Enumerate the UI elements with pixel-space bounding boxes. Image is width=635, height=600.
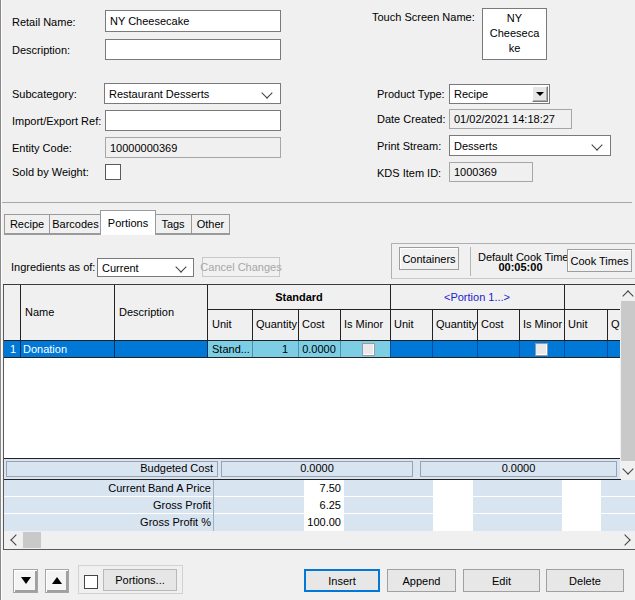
grid-line	[477, 309, 478, 340]
grid-line	[340, 309, 341, 340]
portions-button[interactable]: Portions...	[103, 569, 177, 591]
column-header-is-minor[interactable]: Is Minor	[523, 309, 562, 340]
group-header-standard[interactable]: Standard	[208, 285, 390, 309]
grid-line	[114, 285, 115, 340]
summary-value-cell[interactable]: 100.00	[304, 514, 344, 531]
row-quantity-cell[interactable]: 1	[252, 341, 288, 357]
summary-empty-cell[interactable]	[433, 514, 473, 531]
summary-empty-cell[interactable]	[562, 514, 601, 531]
row-line	[607, 341, 608, 357]
row-name-cell[interactable]: Donation	[23, 341, 67, 357]
grid-line	[298, 309, 299, 340]
row-line	[20, 341, 21, 357]
row-line	[519, 341, 520, 357]
summary-value-cell[interactable]: 6.25	[304, 497, 344, 513]
budgeted-cost-label: Budgeted Cost	[6, 461, 213, 477]
column-header-quantity[interactable]: Quantity	[256, 309, 297, 340]
row-unit-cell[interactable]: Stand...	[212, 341, 250, 357]
summary-row-label: Gross Profit %	[60, 514, 211, 530]
row-line	[477, 341, 478, 357]
row-line	[390, 341, 391, 357]
delete-button[interactable]: Delete	[546, 569, 624, 592]
budgeted-portion1-value: 0.0000	[420, 461, 617, 477]
append-button[interactable]: Append	[387, 569, 456, 592]
column-header-quantity[interactable]: Quantity	[611, 309, 620, 340]
product-editor-window: { "colors": { "background": "#f0f0f0", "…	[0, 0, 635, 600]
row-line	[564, 341, 565, 357]
grid-line	[607, 309, 608, 340]
grid-line	[564, 285, 565, 340]
edit-button[interactable]: Edit	[463, 569, 540, 592]
scroll-left-icon[interactable]	[10, 534, 21, 545]
vertical-scrollbar-thumb[interactable]	[621, 301, 635, 461]
column-header-cost[interactable]: Cost	[481, 309, 504, 340]
grid-line	[252, 309, 253, 340]
portions-grid: Name Description Standard <Portion 1...>…	[0, 0, 635, 600]
column-header-cost[interactable]: Cost	[302, 309, 325, 340]
insert-button[interactable]: Insert	[304, 569, 380, 592]
row-line	[207, 341, 208, 357]
group-header-portion1[interactable]: <Portion 1...>	[390, 285, 564, 309]
move-down-button[interactable]	[13, 569, 38, 593]
column-header-name[interactable]: Name	[25, 285, 54, 340]
grid-line	[20, 285, 21, 340]
scroll-up-icon[interactable]	[622, 290, 633, 301]
row-cost-cell[interactable]: 0.0000	[298, 341, 340, 357]
horizontal-scrollbar-thumb[interactable]	[23, 532, 41, 548]
vertical-scrollbar[interactable]	[620, 285, 635, 478]
horizontal-scrollbar[interactable]	[4, 531, 635, 549]
column-header-unit[interactable]: Unit	[212, 309, 232, 340]
summary-row-label: Current Band A Price	[60, 480, 211, 496]
column-header-description[interactable]: Description	[119, 285, 174, 340]
summary-value-cell[interactable]: 7.50	[304, 480, 344, 496]
budgeted-standard-value: 0.0000	[221, 461, 413, 477]
portions-checkbox[interactable]	[84, 575, 98, 589]
triangle-up-icon	[52, 577, 62, 584]
column-header-unit[interactable]: Unit	[394, 309, 414, 340]
summary-empty-cell[interactable]	[433, 497, 473, 513]
summary-row-label: Gross Profit	[60, 497, 211, 513]
actions-bar: Portions... Insert Append Edit Delete	[0, 555, 635, 600]
row-bottom-line	[4, 357, 620, 358]
move-up-button[interactable]	[45, 569, 69, 593]
column-header-quantity[interactable]: Quantity	[436, 309, 477, 340]
row-portion1-is-minor-checkbox[interactable]	[535, 343, 548, 356]
grid-line	[519, 309, 520, 340]
row-number-cell: 1	[4, 341, 16, 357]
summary-empty-cell[interactable]	[433, 480, 473, 496]
column-header-unit[interactable]: Unit	[568, 309, 588, 340]
grid-line	[432, 309, 433, 340]
scroll-down-icon[interactable]	[622, 463, 633, 474]
triangle-down-icon	[21, 577, 31, 584]
row-line	[114, 341, 115, 357]
scroll-right-icon[interactable]	[619, 534, 630, 545]
grid-border-bottom	[3, 549, 635, 550]
row-is-minor-checkbox[interactable]	[362, 343, 375, 356]
row-line	[432, 341, 433, 357]
summary-empty-cell[interactable]	[562, 497, 601, 513]
row-line	[340, 341, 341, 357]
summary-empty-cell[interactable]	[562, 480, 601, 496]
summary-label-divider	[213, 480, 214, 531]
column-header-is-minor[interactable]: Is Minor	[344, 309, 383, 340]
